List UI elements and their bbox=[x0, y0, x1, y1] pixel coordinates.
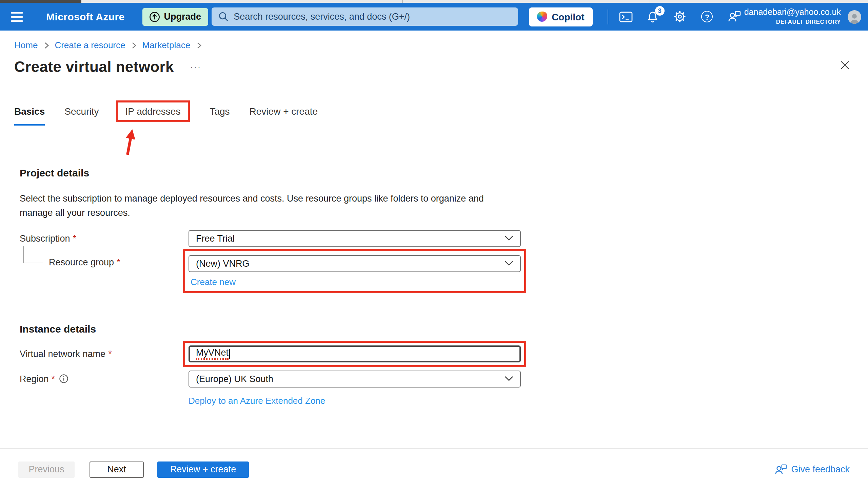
copilot-button[interactable]: Copilot bbox=[529, 7, 592, 26]
chevron-down-icon bbox=[505, 376, 513, 382]
notification-badge: 3 bbox=[655, 6, 665, 15]
annotation-box-resource-group: (New) VNRG Create new bbox=[183, 249, 526, 293]
page-title: Create virtual network bbox=[14, 58, 174, 76]
wizard-footer: Previous Next Review + create Give feedb… bbox=[0, 448, 868, 490]
review-create-button[interactable]: Review + create bbox=[157, 461, 249, 477]
account-directory: DEFAULT DIRECTORY bbox=[744, 18, 841, 25]
azure-portal-page: Microsoft Azure Upgrade Copilot 3 bbox=[0, 0, 868, 490]
breadcrumb-chevron-icon bbox=[196, 42, 201, 49]
subscription-label: Subscription * bbox=[20, 233, 189, 244]
cloud-shell-icon[interactable] bbox=[618, 8, 634, 25]
close-icon[interactable] bbox=[840, 60, 850, 73]
breadcrumb: Home Create a resource Marketplace bbox=[0, 31, 868, 50]
subscription-row: Subscription * Free Trial bbox=[20, 230, 868, 247]
virtual-network-name-row: Virtual network name * MyVNet bbox=[20, 341, 868, 367]
project-details-heading: Project details bbox=[20, 167, 868, 178]
tab-tags[interactable]: Tags bbox=[210, 102, 230, 120]
top-bar: Microsoft Azure Upgrade Copilot 3 bbox=[0, 3, 868, 31]
upgrade-label: Upgrade bbox=[164, 12, 201, 22]
instance-details-heading: Instance details bbox=[20, 323, 868, 335]
region-label: Region * bbox=[20, 374, 189, 384]
breadcrumb-marketplace[interactable]: Marketplace bbox=[142, 40, 191, 50]
breadcrumb-home[interactable]: Home bbox=[14, 40, 38, 50]
project-details-fields: Subscription * Free Trial Resource group… bbox=[20, 230, 868, 293]
notifications-bell-icon[interactable]: 3 bbox=[645, 8, 661, 25]
window-top-strip bbox=[0, 0, 868, 3]
brand-title[interactable]: Microsoft Azure bbox=[46, 11, 125, 22]
chevron-down-icon bbox=[505, 261, 513, 266]
field-connector-line bbox=[23, 246, 43, 263]
feedback-icon[interactable] bbox=[726, 8, 743, 25]
next-button[interactable]: Next bbox=[90, 461, 144, 477]
copilot-logo-icon bbox=[537, 12, 547, 22]
tab-review-create[interactable]: Review + create bbox=[250, 102, 318, 120]
window-strip-divider bbox=[402, 0, 403, 3]
breadcrumb-chevron-icon bbox=[44, 42, 48, 49]
breadcrumb-create-a-resource[interactable]: Create a resource bbox=[55, 40, 125, 50]
page-header: Create virtual network ··· bbox=[0, 58, 868, 76]
avatar[interactable] bbox=[848, 10, 861, 23]
tab-bar: Basics Security IP addresses Tags Review… bbox=[0, 100, 868, 122]
basics-tab-content: Project details Select the subscription … bbox=[0, 167, 868, 407]
give-feedback-icon bbox=[774, 464, 787, 475]
topbar-divider bbox=[608, 9, 608, 24]
hamburger-menu-icon[interactable] bbox=[11, 12, 23, 21]
annotation-box-vnet-name: MyVNet bbox=[183, 341, 526, 367]
create-new-link[interactable]: Create new bbox=[191, 277, 236, 287]
help-icon[interactable]: ? bbox=[699, 8, 715, 25]
required-marker: * bbox=[52, 374, 55, 384]
tab-ip-addresses[interactable]: IP addresses bbox=[116, 100, 190, 122]
chevron-down-icon bbox=[505, 236, 513, 241]
virtual-network-name-label: Virtual network name * bbox=[20, 349, 189, 359]
more-options-button[interactable]: ··· bbox=[190, 62, 201, 72]
window-strip-divider bbox=[650, 0, 650, 3]
region-dropdown[interactable]: (Europe) UK South bbox=[189, 371, 521, 388]
resource-group-label: Resource group * bbox=[49, 257, 189, 267]
tab-basics[interactable]: Basics bbox=[14, 102, 45, 120]
extended-zone-link[interactable]: Deploy to an Azure Extended Zone bbox=[189, 396, 325, 406]
project-details-description: Select the subscription to manage deploy… bbox=[20, 192, 516, 221]
required-marker: * bbox=[117, 257, 120, 267]
window-strip-segment bbox=[0, 0, 81, 3]
search-input[interactable] bbox=[234, 12, 511, 22]
give-feedback-link[interactable]: Give feedback bbox=[774, 464, 850, 475]
arrow-up-circle-icon bbox=[149, 11, 160, 22]
resource-group-dropdown[interactable]: (New) VNRG bbox=[189, 255, 521, 272]
give-feedback-label: Give feedback bbox=[791, 464, 850, 474]
copilot-label: Copilot bbox=[552, 11, 584, 22]
breadcrumb-chevron-icon bbox=[132, 42, 136, 49]
info-icon[interactable] bbox=[59, 374, 68, 384]
required-marker: * bbox=[108, 349, 112, 359]
previous-button[interactable]: Previous bbox=[18, 461, 75, 477]
required-marker: * bbox=[73, 233, 77, 244]
text-cursor bbox=[229, 349, 230, 359]
search-icon bbox=[218, 12, 228, 22]
annotation-arrow-icon bbox=[123, 128, 138, 158]
active-tab-underline bbox=[14, 124, 45, 126]
settings-gear-icon[interactable] bbox=[672, 8, 688, 25]
global-search bbox=[211, 7, 518, 26]
account-info[interactable]: danadebari@yahoo.co.uk DEFAULT DIRECTORY bbox=[744, 8, 841, 26]
virtual-network-name-input[interactable]: MyVNet bbox=[189, 345, 521, 362]
vnet-name-value: MyVNet bbox=[196, 348, 229, 360]
subscription-dropdown[interactable]: Free Trial bbox=[189, 230, 521, 247]
tab-security[interactable]: Security bbox=[64, 102, 99, 120]
topbar-icon-group: 3 ? bbox=[618, 8, 743, 25]
region-row: Region * (Europe) UK South bbox=[20, 371, 868, 388]
upgrade-button[interactable]: Upgrade bbox=[142, 8, 208, 25]
resource-group-row: Resource group * (New) VNRG Create new bbox=[20, 249, 868, 293]
account-email: danadebari@yahoo.co.uk bbox=[744, 8, 841, 18]
